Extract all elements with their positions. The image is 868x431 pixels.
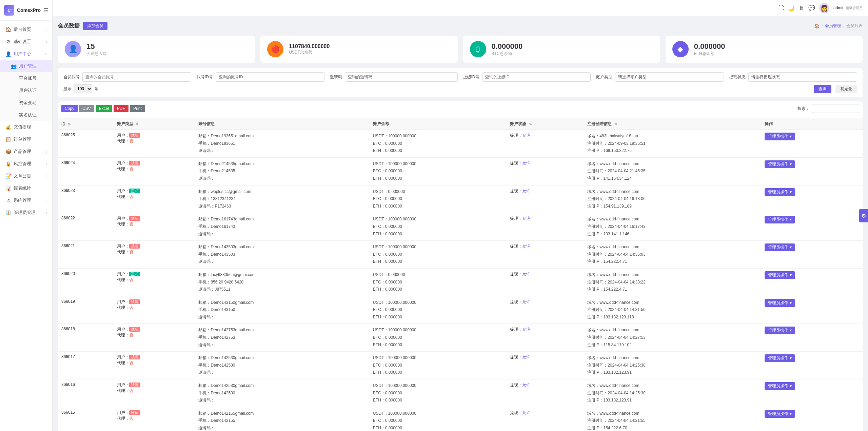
- users-icon: 👥: [11, 63, 16, 69]
- monitor-icon[interactable]: 🖥: [799, 5, 804, 11]
- admin-action-button[interactable]: 管理员操作 ▾: [765, 160, 795, 168]
- admin-action-button[interactable]: 管理员操作 ▾: [765, 133, 795, 140]
- cell-balance: USDT：100000.000000 BTC：0.000000 ETH：0.00…: [370, 324, 507, 352]
- col-login-info: 注册登陆信息 ⇅: [584, 118, 761, 130]
- sidebar-item-real-auth[interactable]: 实名认证: [0, 109, 52, 121]
- cell-login-info: 域名：www.qdd-finance.com 注册时间：2024-04-04 1…: [584, 268, 761, 296]
- member-account-label: 会员账号: [63, 74, 80, 80]
- cell-action: 管理员操作 ▾: [761, 324, 863, 352]
- theme-icon[interactable]: 🌙: [788, 5, 795, 11]
- settings-button[interactable]: ⚙: [859, 209, 868, 222]
- reset-button[interactable]: 初始化: [835, 85, 857, 93]
- user-type-tag: 试玩: [129, 161, 140, 165]
- account-id-input[interactable]: [216, 72, 324, 82]
- account-id-label: 账号ID号: [197, 74, 213, 80]
- display-count: 显示 100 50 25 条: [63, 84, 98, 93]
- breadcrumb-home-icon[interactable]: 🏠: [814, 24, 820, 28]
- filter-superior-id: 上级ID号: [463, 72, 591, 82]
- hamburger-icon[interactable]: ☰: [43, 7, 48, 14]
- cell-account: 邮箱：Demo161743gmail.com 手机：Demo161743 邀请码…: [195, 213, 369, 241]
- print-button[interactable]: Print: [130, 105, 145, 112]
- superior-id-input[interactable]: [482, 72, 591, 82]
- copy-button[interactable]: Copy: [61, 105, 78, 112]
- sidebar-item-platform-account[interactable]: 平台账号: [0, 72, 52, 84]
- cell-type: 用户：试玩 代理：否: [114, 407, 195, 431]
- cell-type: 用户：试玩 代理：否: [114, 213, 195, 241]
- admin-action-button[interactable]: 管理员操作 ▾: [765, 188, 795, 196]
- sidebar-item-order-mgmt[interactable]: 📋 订单管理 ‹: [0, 133, 52, 145]
- table-search-input[interactable]: [812, 104, 859, 113]
- user-icon: 👤: [5, 51, 11, 57]
- admin-action-button[interactable]: 管理员操作 ▾: [765, 299, 795, 307]
- admin-action-button[interactable]: 管理员操作 ▾: [765, 216, 795, 223]
- pdf-button[interactable]: PDF: [114, 105, 129, 112]
- withdraw-status: 允许: [522, 272, 530, 276]
- admin-action-button[interactable]: 管理员操作 ▾: [765, 271, 795, 279]
- usdt-label: USDT总余额: [289, 50, 330, 55]
- sidebar-item-basic-settings[interactable]: ⚙ 基础设置 ‹: [0, 36, 52, 48]
- admin-icon: 👔: [5, 210, 11, 215]
- message-icon[interactable]: 💬: [808, 5, 815, 11]
- proxy-type-tag: 否: [129, 360, 133, 365]
- table-header-row: ID ⇅ 账户类型 ⇅ 账号信息 账户余额 账户状态 ⇅ 注册登陆信息 ⇅ 操作: [58, 118, 863, 130]
- member-account-input[interactable]: [82, 72, 191, 82]
- cell-balance: USDT：100000.000000 BTC：0.000000 ETH：0.00…: [370, 407, 507, 431]
- fullscreen-icon[interactable]: ⛶: [778, 5, 784, 11]
- excel-button[interactable]: Excel: [96, 105, 112, 112]
- cell-status: 提现：允许: [507, 379, 584, 407]
- col-account-type: 账户类型 ⇅: [114, 118, 195, 130]
- logo-icon: C: [4, 5, 14, 16]
- stat-card-members: 👤 15 会员总人数: [58, 36, 255, 63]
- admin-action-button[interactable]: 管理员操作 ▾: [765, 243, 795, 251]
- user-type-tag: 试玩: [129, 383, 140, 387]
- cell-account: 邮箱：Demo142753gmail.com 手机：Demo142753 邀请码…: [195, 324, 369, 352]
- sidebar-item-user-center[interactable]: 👤 用户中心 ∨: [0, 48, 52, 60]
- cell-action: 管理员操作 ▾: [761, 157, 863, 185]
- sidebar-item-article[interactable]: 📝 文章公告 ‹: [0, 170, 52, 182]
- cell-account: 邮箱：Demo142530gmail.com 手机：Demo142530 邀请码…: [195, 379, 369, 407]
- breadcrumb-member-mgmt[interactable]: 会员管理: [825, 23, 841, 29]
- sidebar-item-risk-mgmt[interactable]: 🔒 风控管理 ‹: [0, 158, 52, 170]
- withdraw-status: 允许: [522, 244, 530, 249]
- account-type-label: 账户类型: [596, 74, 612, 80]
- sidebar-item-fund-change[interactable]: 资金变动: [0, 97, 52, 109]
- admin-action-button[interactable]: 管理员操作 ▾: [765, 354, 795, 362]
- sidebar-item-product-mgmt[interactable]: 📦 产品管理 ‹: [0, 145, 52, 158]
- withdraw-status-label: 提现状态: [729, 74, 746, 80]
- breadcrumb-current: 会员列表: [846, 23, 863, 29]
- admin-info: admin 超级管理员: [833, 5, 863, 11]
- sidebar-item-recharge[interactable]: 💰 充值提现 ‹: [0, 121, 52, 133]
- withdraw-status-select[interactable]: 请选择提现状态 允许 禁止: [748, 72, 857, 82]
- user-type-tag: 试玩: [129, 355, 140, 359]
- invite-code-input[interactable]: [345, 72, 458, 82]
- add-member-button[interactable]: 添加会员: [83, 22, 107, 30]
- col-status: 账户状态 ⇅: [507, 118, 584, 130]
- cell-id: 866019: [58, 296, 114, 324]
- cell-id: 866022: [58, 213, 114, 241]
- superior-id-label: 上级ID号: [463, 74, 479, 80]
- sidebar-item-label: 用户中心: [14, 51, 42, 57]
- filter-invite-code: 邀请码: [330, 72, 458, 82]
- admin-action-button[interactable]: 管理员操作 ▾: [765, 327, 795, 334]
- cell-login-info: 域名：www.qdd-finance.com 注册时间：2024-04-04 1…: [584, 324, 761, 352]
- sidebar-item-admin-mgmt[interactable]: 👔 管理员管理 ‹: [0, 207, 52, 219]
- sidebar-item-system-mgmt[interactable]: 🖥 系统管理 ‹: [0, 194, 52, 207]
- sidebar-item-user-management[interactable]: 👥 用户管理 ‹: [0, 60, 52, 72]
- cell-account: 邮箱：Demo142155gmail.com 手机：Demo142155 邀请码…: [195, 407, 369, 431]
- members-value: 15: [86, 42, 107, 51]
- csv-button[interactable]: CSV: [79, 105, 94, 112]
- sidebar-item-dashboard[interactable]: 🏠 后台首页 ‹: [0, 23, 52, 36]
- admin-action-button[interactable]: 管理员操作 ▾: [765, 382, 795, 390]
- account-type-select[interactable]: 请选择账户类型 正式 试玩: [615, 72, 724, 82]
- admin-action-button[interactable]: 管理员操作 ▾: [765, 410, 795, 418]
- cell-status: 提现：允许: [507, 407, 584, 431]
- proxy-type-tag: 否: [129, 166, 133, 171]
- query-button[interactable]: 查询: [814, 85, 831, 93]
- sidebar-item-report[interactable]: 📊 报表统计 ‹: [0, 182, 52, 194]
- cell-status: 提现：允许: [507, 241, 584, 269]
- sidebar-item-label: 用户管理: [19, 63, 43, 69]
- table-row: 866016 用户：试玩 代理：否 邮箱：Demo142530gmail.com…: [58, 379, 863, 407]
- display-count-select[interactable]: 100 50 25: [74, 84, 92, 93]
- article-icon: 📝: [5, 173, 11, 179]
- sidebar-item-user-auth[interactable]: 用户认证: [0, 84, 52, 97]
